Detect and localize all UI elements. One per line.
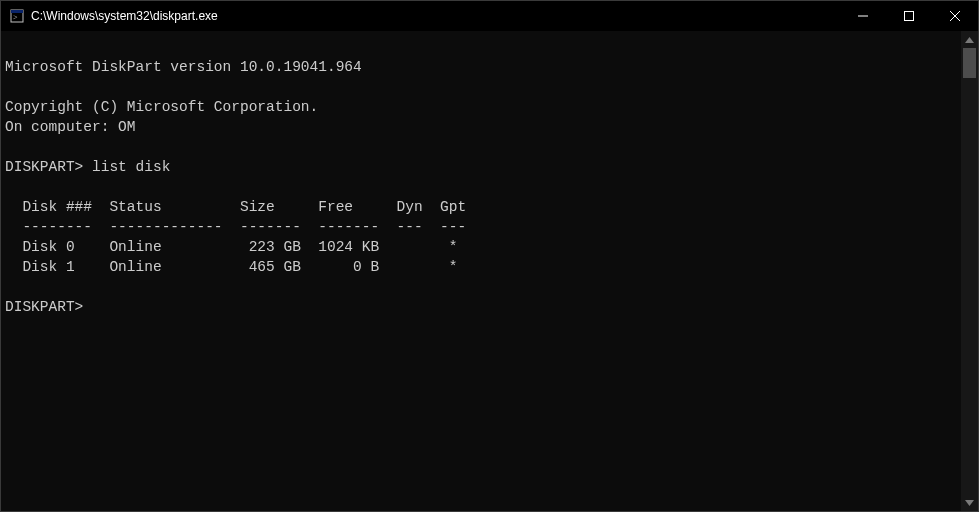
console-window: > C:\Windows\system32\diskpart.exe Micro… [0,0,979,512]
vertical-scrollbar[interactable] [961,31,978,511]
scroll-up-icon[interactable] [961,31,978,48]
svg-text:>: > [13,13,18,22]
svg-rect-4 [905,12,914,21]
app-icon: > [9,8,25,24]
scroll-down-icon[interactable] [961,494,978,511]
scroll-thumb[interactable] [963,48,976,78]
content-area: Microsoft DiskPart version 10.0.19041.96… [1,31,978,511]
svg-marker-8 [965,500,974,506]
terminal-output[interactable]: Microsoft DiskPart version 10.0.19041.96… [1,31,961,511]
svg-marker-7 [965,37,974,43]
close-button[interactable] [932,1,978,31]
window-title: C:\Windows\system32\diskpart.exe [31,9,218,23]
maximize-button[interactable] [886,1,932,31]
title-bar[interactable]: > C:\Windows\system32\diskpart.exe [1,1,978,31]
minimize-button[interactable] [840,1,886,31]
window-controls [840,1,978,31]
